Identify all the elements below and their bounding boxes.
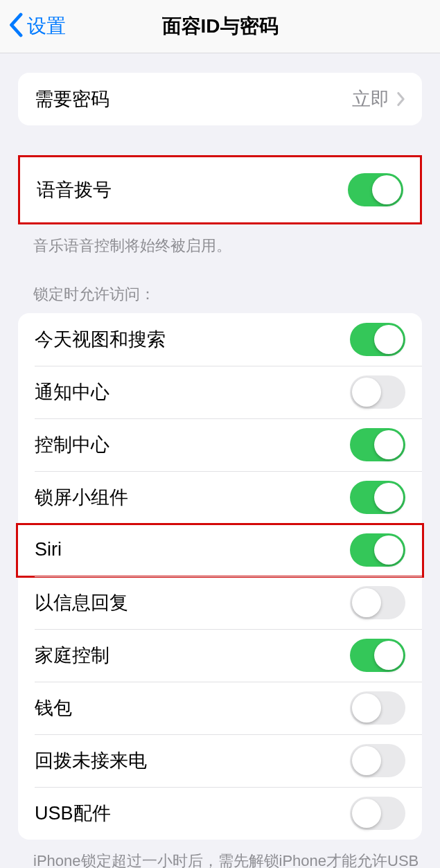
reply-message-row: 以信息回复: [18, 576, 422, 629]
usb-label: USB配件: [35, 801, 111, 826]
locked-access-header: 锁定时允许访问：: [33, 284, 422, 305]
navigation-bar: 设置 面容ID与密码: [0, 0, 440, 53]
require-passcode-label: 需要密码: [35, 87, 109, 112]
callback-label: 回拨未接来电: [35, 748, 147, 773]
home-control-toggle[interactable]: [350, 639, 405, 672]
group-locked-access: 今天视图和搜索 通知中心 控制中心 锁屏小组件 Siri 以信息回复 家庭控制: [18, 313, 422, 840]
back-label: 设置: [27, 13, 66, 39]
voice-dial-footer: 音乐语音控制将始终被启用。: [33, 236, 422, 256]
page-title: 面容ID与密码: [0, 13, 440, 39]
notification-center-label: 通知中心: [35, 380, 109, 405]
control-center-label: 控制中心: [35, 432, 109, 457]
today-view-label: 今天视图和搜索: [35, 327, 166, 352]
today-view-row: 今天视图和搜索: [18, 313, 422, 366]
siri-row: Siri: [18, 524, 422, 576]
today-view-toggle[interactable]: [350, 323, 405, 356]
back-button[interactable]: 设置: [8, 12, 66, 40]
home-control-label: 家庭控制: [35, 643, 109, 668]
siri-label: Siri: [35, 539, 62, 560]
callback-row: 回拨未接来电: [18, 734, 422, 787]
wallet-row: 钱包: [18, 682, 422, 734]
chevron-left-icon: [8, 12, 23, 40]
require-passcode-value: 立即: [352, 87, 389, 112]
require-passcode-row[interactable]: 需要密码 立即: [18, 73, 422, 125]
home-control-row: 家庭控制: [18, 629, 422, 682]
usb-footer: iPhone锁定超过一小时后，需先解锁iPhone才能允许USB配件连接。: [33, 851, 422, 868]
control-center-row: 控制中心: [18, 418, 422, 471]
callback-toggle[interactable]: [350, 744, 405, 777]
reply-message-label: 以信息回复: [35, 590, 128, 615]
usb-toggle[interactable]: [350, 797, 405, 830]
voice-dial-label: 语音拨号: [37, 177, 112, 202]
lock-widgets-toggle[interactable]: [350, 481, 405, 514]
group-passcode: 需要密码 立即: [18, 73, 422, 125]
reply-message-toggle[interactable]: [350, 586, 405, 619]
wallet-label: 钱包: [35, 696, 72, 720]
chevron-right-icon: [396, 91, 405, 107]
control-center-toggle[interactable]: [350, 428, 405, 461]
group-voice-dial: 语音拨号: [18, 155, 422, 224]
lock-widgets-label: 锁屏小组件: [35, 485, 128, 510]
notification-center-row: 通知中心: [18, 366, 422, 418]
siri-toggle[interactable]: [350, 533, 405, 567]
usb-row: USB配件: [18, 787, 422, 840]
notification-center-toggle[interactable]: [350, 375, 405, 409]
lock-widgets-row: 锁屏小组件: [18, 471, 422, 524]
voice-dial-row: 语音拨号: [20, 157, 420, 222]
voice-dial-toggle[interactable]: [348, 173, 403, 206]
wallet-toggle[interactable]: [350, 691, 405, 725]
